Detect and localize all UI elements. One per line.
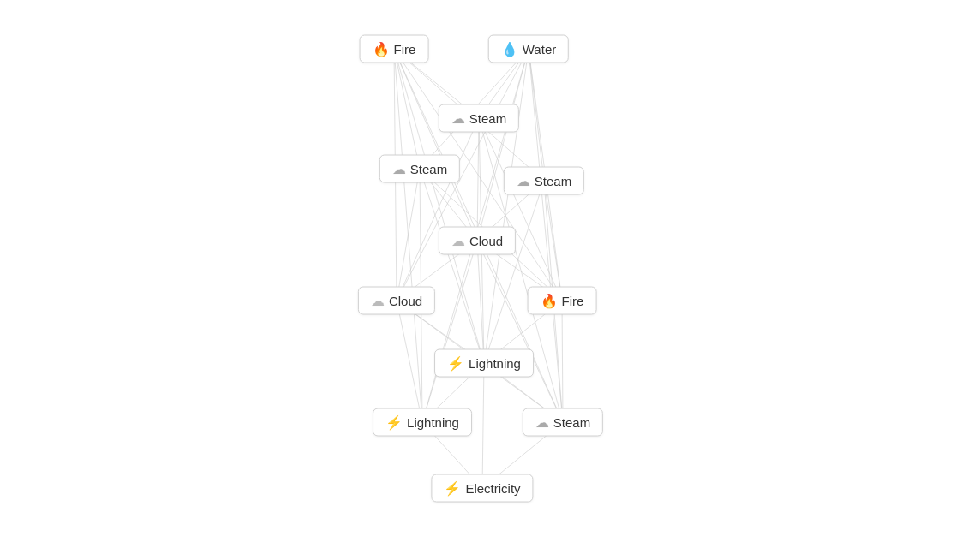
node-label-steam2: Steam xyxy=(410,162,447,176)
edge-steam3-fire2 xyxy=(544,181,562,301)
edge-steam2-cloud2 xyxy=(397,169,420,301)
node-label-steam3: Steam xyxy=(535,174,571,188)
node-steam4[interactable]: ☁Steam xyxy=(523,408,603,437)
node-label-lightning1: Lightning xyxy=(469,356,521,371)
node-label-fire2: Fire xyxy=(562,294,584,308)
node-label-water1: Water xyxy=(523,42,556,57)
edge-steam2-lightning1 xyxy=(420,169,484,363)
node-label-lightning2: Lightning xyxy=(407,415,459,430)
node-cloud2[interactable]: ☁Cloud xyxy=(358,287,435,315)
edge-cloud1-steam4 xyxy=(477,241,563,422)
node-icon-lightning1: ⚡ xyxy=(447,355,464,372)
edge-fire1-lightning1 xyxy=(394,49,484,363)
node-label-cloud2: Cloud xyxy=(389,294,422,308)
node-icon-steam1: ☁ xyxy=(451,110,465,127)
edge-fire1-lightning2 xyxy=(394,49,422,422)
node-lightning1[interactable]: ⚡Lightning xyxy=(434,349,534,378)
node-fire1[interactable]: 🔥Fire xyxy=(360,35,429,63)
node-label-fire1: Fire xyxy=(394,42,416,57)
node-fire2[interactable]: 🔥Fire xyxy=(528,287,597,315)
node-icon-fire2: 🔥 xyxy=(541,293,558,309)
node-icon-steam4: ☁ xyxy=(535,414,549,431)
edge-steam1-cloud1 xyxy=(477,118,479,241)
edge-steam3-lightning1 xyxy=(484,181,544,363)
edge-cloud1-lightning1 xyxy=(477,241,484,363)
edge-steam1-cloud2 xyxy=(397,118,479,301)
node-steam2[interactable]: ☁Steam xyxy=(379,155,460,183)
node-icon-steam2: ☁ xyxy=(392,161,406,177)
graph-container: 🔥Fire💧Water☁Steam☁Steam☁Steam☁Cloud☁Clou… xyxy=(0,0,980,548)
node-icon-water1: 💧 xyxy=(501,41,518,57)
node-water1[interactable]: 💧Water xyxy=(488,35,569,63)
edge-cloud2-lightning2 xyxy=(397,301,422,422)
node-icon-cloud1: ☁ xyxy=(451,233,465,249)
node-icon-steam3: ☁ xyxy=(517,173,530,189)
edge-fire1-cloud1 xyxy=(394,49,477,241)
edge-steam1-fire2 xyxy=(479,118,562,301)
edge-water1-cloud1 xyxy=(477,49,529,241)
node-icon-lightning2: ⚡ xyxy=(385,414,403,431)
node-steam3[interactable]: ☁Steam xyxy=(504,167,584,195)
edge-water1-steam3 xyxy=(529,49,544,181)
node-electricity1[interactable]: ⚡Electricity xyxy=(431,474,533,503)
edge-cloud1-lightning2 xyxy=(422,241,477,422)
node-icon-electricity1: ⚡ xyxy=(444,480,461,497)
node-steam1[interactable]: ☁Steam xyxy=(439,104,519,133)
edge-water1-lightning1 xyxy=(484,49,529,363)
node-icon-fire1: 🔥 xyxy=(373,41,390,57)
edge-water1-steam4 xyxy=(529,49,563,422)
node-label-steam1: Steam xyxy=(469,111,506,126)
edge-fire2-steam4 xyxy=(562,301,563,422)
node-lightning2[interactable]: ⚡Lightning xyxy=(373,408,472,437)
node-label-cloud1: Cloud xyxy=(469,234,503,248)
node-icon-cloud2: ☁ xyxy=(371,293,385,309)
edge-lightning1-electricity1 xyxy=(482,363,484,488)
edge-fire1-steam2 xyxy=(394,49,420,169)
node-label-steam4: Steam xyxy=(553,415,590,430)
node-label-electricity1: Electricity xyxy=(465,481,520,496)
connections-svg xyxy=(0,0,980,548)
node-cloud1[interactable]: ☁Cloud xyxy=(439,227,516,255)
